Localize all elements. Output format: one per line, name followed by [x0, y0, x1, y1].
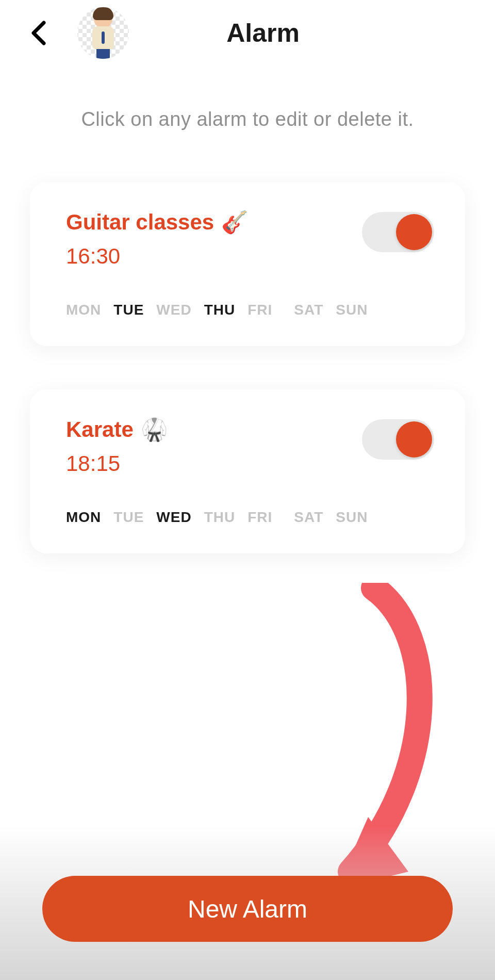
day-sat: SAT	[294, 509, 323, 526]
avatar-figure-icon	[92, 10, 114, 59]
day-tue: TUE	[113, 302, 144, 318]
day-sun: SUN	[336, 509, 368, 526]
day-row: MON TUE WED THU FRI SAT SUN	[66, 302, 434, 318]
day-mon: MON	[66, 302, 101, 318]
header: Alarm	[0, 0, 495, 52]
avatar[interactable]	[77, 7, 129, 59]
page-title: Alarm	[129, 18, 397, 48]
alarm-card[interactable]: Karate 🥋 18:15 MON TUE WED THU FRI SAT S…	[30, 389, 465, 553]
alarm-time: 16:30	[66, 244, 248, 269]
alarm-toggle[interactable]	[362, 212, 434, 252]
alarm-name: Karate	[66, 417, 134, 442]
day-wed: WED	[156, 302, 191, 318]
karate-icon: 🥋	[141, 419, 168, 440]
guitar-icon: 🎸	[221, 211, 248, 233]
alarm-list: Guitar classes 🎸 16:30 MON TUE WED THU F…	[0, 182, 495, 553]
back-button[interactable]	[26, 20, 52, 46]
instruction-text: Click on any alarm to edit or delete it.	[0, 108, 495, 130]
day-thu: THU	[204, 509, 236, 526]
alarm-time: 18:15	[66, 451, 168, 476]
toggle-knob	[396, 214, 432, 250]
tutorial-arrow-icon	[320, 583, 474, 913]
new-alarm-button[interactable]: New Alarm	[42, 876, 453, 942]
day-thu: THU	[204, 302, 236, 318]
day-tue: TUE	[113, 509, 144, 526]
day-fri: FRI	[248, 509, 272, 526]
day-row: MON TUE WED THU FRI SAT SUN	[66, 509, 434, 526]
alarm-card[interactable]: Guitar classes 🎸 16:30 MON TUE WED THU F…	[30, 182, 465, 346]
alarm-toggle[interactable]	[362, 419, 434, 460]
chevron-left-icon	[30, 21, 47, 45]
day-sun: SUN	[336, 302, 368, 318]
day-fri: FRI	[248, 302, 272, 318]
day-wed: WED	[156, 509, 191, 526]
new-alarm-label: New Alarm	[188, 895, 307, 923]
day-mon: MON	[66, 509, 101, 526]
alarm-name: Guitar classes	[66, 210, 214, 235]
day-sat: SAT	[294, 302, 323, 318]
toggle-knob	[396, 421, 432, 458]
